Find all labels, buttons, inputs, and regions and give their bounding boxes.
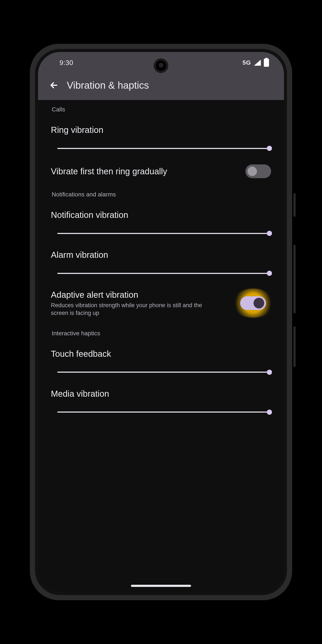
item-title: Ring vibration [51, 124, 271, 135]
screen: 9:30 5G Vibration & haptics [38, 52, 284, 592]
section-label-calls: Calls [52, 106, 271, 113]
item-subtitle: Reduces vibration strength while your ph… [51, 302, 218, 317]
toggle-knob [254, 298, 264, 308]
item-alarm-vibration[interactable]: Alarm vibration [51, 250, 271, 276]
section-label-interactive: Interactive haptics [52, 330, 271, 337]
slider-thumb[interactable] [267, 410, 272, 415]
item-notification-vibration[interactable]: Notification vibration [51, 210, 271, 236]
item-vibrate-first[interactable]: Vibrate first then ring gradually [51, 164, 271, 178]
app-header: Vibration & haptics [38, 74, 284, 100]
item-ring-vibration[interactable]: Ring vibration [51, 124, 271, 152]
arrow-left-icon [50, 81, 58, 90]
slider-thumb[interactable] [267, 370, 272, 375]
toggle-knob [248, 166, 257, 176]
slider-track [57, 148, 271, 149]
signal-icon [254, 60, 261, 66]
hw-button-3 [294, 326, 296, 367]
item-title: Media vibration [51, 388, 271, 399]
hw-button-1 [294, 193, 296, 217]
highlight-ring [235, 291, 271, 315]
item-touch-feedback[interactable]: Touch feedback [51, 348, 271, 376]
vibrate-first-toggle[interactable] [245, 164, 271, 178]
back-button[interactable] [49, 80, 59, 90]
adaptive-alert-toggle[interactable] [240, 296, 266, 310]
media-vibration-slider[interactable] [57, 409, 271, 416]
item-adaptive-alert[interactable]: Adaptive alert vibration Reduces vibrati… [51, 289, 271, 317]
item-title: Adaptive alert vibration [51, 289, 228, 300]
slider-track [57, 372, 271, 373]
network-type-icon: 5G [242, 59, 251, 66]
ring-vibration-slider[interactable] [57, 145, 271, 152]
item-title: Alarm vibration [51, 250, 271, 260]
slider-thumb[interactable] [267, 271, 272, 276]
slider-track [57, 412, 271, 412]
item-media-vibration[interactable]: Media vibration [51, 388, 271, 416]
touch-feedback-slider[interactable] [57, 369, 271, 376]
section-label-notif: Notifications and alarms [52, 191, 271, 198]
item-title: Notification vibration [51, 210, 271, 220]
slider-track [57, 273, 271, 274]
page-title: Vibration & haptics [67, 80, 149, 91]
battery-icon [264, 58, 269, 67]
notification-vibration-slider[interactable] [57, 230, 271, 236]
home-indicator[interactable] [131, 585, 191, 587]
item-title: Touch feedback [51, 348, 271, 359]
slider-thumb[interactable] [267, 146, 272, 151]
front-camera [156, 60, 166, 71]
hw-button-2 [294, 245, 296, 314]
slider-thumb[interactable] [267, 231, 272, 236]
item-title: Vibrate first then ring gradually [51, 166, 239, 177]
content[interactable]: Calls Ring vibration Vibrate first then … [38, 100, 284, 416]
alarm-vibration-slider[interactable] [57, 270, 271, 276]
status-time: 9:30 [60, 59, 73, 67]
slider-track [57, 233, 271, 234]
phone-frame: 9:30 5G Vibration & haptics [29, 43, 293, 601]
